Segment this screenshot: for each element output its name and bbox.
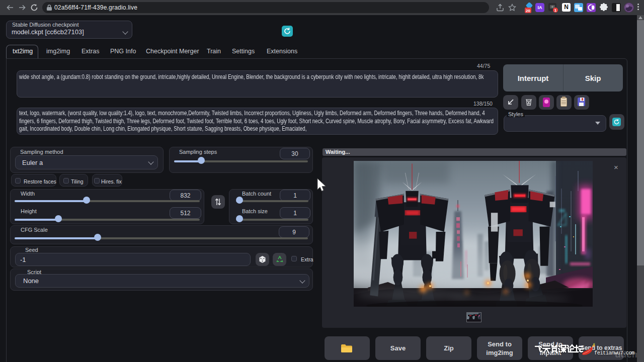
svg-text:1: 1 <box>554 8 557 13</box>
svg-text:20: 20 <box>526 9 530 13</box>
